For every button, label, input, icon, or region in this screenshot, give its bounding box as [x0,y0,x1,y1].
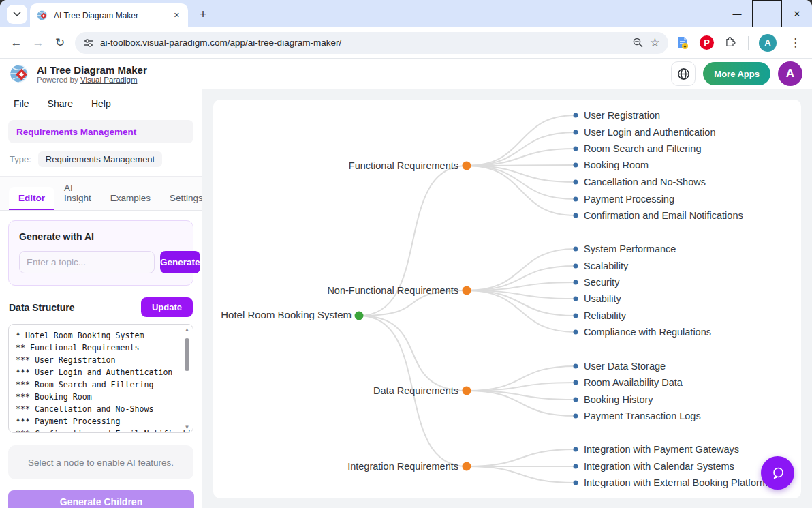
header-right: More Apps A [671,61,802,86]
tab-examples[interactable]: Examples [101,187,160,210]
browser-tab[interactable]: AI Tree Diagram Maker ✕ [30,3,188,27]
leaf-node-label[interactable]: Payment Transaction Logs [584,409,701,423]
branch-node-label[interactable]: Data Requirements [373,384,458,398]
update-button[interactable]: Update [141,297,193,317]
tab-ai-insight[interactable]: AI Insight [54,177,101,210]
bookmark-star-icon[interactable]: ☆ [650,35,660,50]
url-text[interactable]: ai-toolbox.visual-paradigm.com/app/ai-tr… [100,38,626,48]
leaf-node-label[interactable]: Scalability [584,259,628,273]
scroll-up-icon[interactable]: ▲ [183,327,191,333]
leaf-node-label[interactable]: User Data Storage [584,359,666,373]
code-line: *** Payment Processing [16,415,178,428]
data-structure-lines: * Hotel Room Booking System** Functional… [16,329,178,433]
powered-by: Powered by Visual Paradigm [37,76,147,84]
app-title: AI Tree Diagram Maker [37,64,147,76]
pinterest-extension-icon[interactable]: P [700,35,714,50]
tree-labels: Hotel Room Booking SystemFunctional Requ… [213,100,801,498]
leaf-node-label[interactable]: System Performance [584,242,676,256]
leaf-node-label[interactable]: Integration with Calendar Systems [584,460,734,473]
document-download-extension-icon[interactable] [675,35,689,50]
close-button[interactable]: ✕ [782,0,812,27]
reload-button[interactable]: ↻ [49,32,71,54]
tab-title: AI Tree Diagram Maker [54,11,166,20]
maximize-icon [752,0,782,27]
browser-profile-avatar[interactable]: A [759,34,777,52]
leaf-node-label[interactable]: User Login and Authentication [584,125,715,139]
chat-fab-button[interactable] [761,456,794,490]
code-line: *** Room Search and Filtering [16,378,178,391]
generate-button[interactable]: Generate [160,251,200,273]
leaf-node-label[interactable]: Compliance with Regulations [584,325,711,339]
leaf-node-label[interactable]: Payment Processing [584,192,674,206]
leaf-node-label[interactable]: Confirmation and Email Notifications [584,209,743,222]
language-globe-button[interactable] [671,61,696,86]
sidebar: FileShareHelp Requirements Management Ty… [0,89,202,508]
menu-share[interactable]: Share [48,98,73,109]
type-value: Requirements Management [38,151,162,167]
code-line: *** Confirmation and Email Notifications [16,428,178,433]
leaf-node-label[interactable]: Usability [584,292,621,305]
document-title-box[interactable]: Requirements Management [8,120,193,143]
diagram-canvas[interactable]: Hotel Room Booking SystemFunctional Requ… [213,100,801,498]
sidebar-tabs: EditorAI InsightExamplesSettings [0,177,202,211]
globe-icon [677,68,690,80]
generate-ai-title: Generate with AI [19,231,183,242]
branch-node-label[interactable]: Integration Requirements [347,460,458,473]
leaf-node-label[interactable]: Room Availability Data [584,376,683,389]
zoom-icon[interactable] [632,37,644,48]
code-line: *** User Login and Authentication [16,366,178,378]
new-tab-button[interactable]: + [193,5,213,24]
leaf-node-label[interactable]: Booking History [584,393,653,406]
code-line: *** User Registration [16,354,178,366]
code-line: *** Cancellation and No-Shows [16,403,178,415]
visual-paradigm-favicon [37,10,48,21]
back-button[interactable]: ← [5,32,27,54]
leaf-node-label[interactable]: Booking Room [584,158,649,172]
visual-paradigm-logo [10,63,30,84]
address-bar[interactable]: ai-toolbox.visual-paradigm.com/app/ai-tr… [75,32,668,54]
data-structure-header: Data Structure Update [9,297,193,317]
browser-titlebar: AI Tree Diagram Maker ✕ + — ✕ [0,0,812,27]
document-title: Requirements Management [16,127,136,137]
code-line: ** Functional Requirements [16,342,178,354]
leaf-node-label[interactable]: Security [584,275,619,289]
topic-input[interactable] [19,251,155,273]
extensions-puzzle-icon[interactable] [724,36,738,50]
root-node-label[interactable]: Hotel Room Booking System [221,308,352,322]
browser-menu-icon[interactable]: ⋮ [787,35,804,50]
minimize-button[interactable]: — [722,0,752,27]
main-area: Hotel Room Booking SystemFunctional Requ… [202,89,812,508]
leaf-node-label[interactable]: Reliability [584,309,626,323]
visual-paradigm-link[interactable]: Visual Paradigm [80,76,138,84]
scrollbar-thumb[interactable] [185,338,189,371]
chat-bubble-icon [770,466,785,481]
menu-bar: FileShareHelp [0,89,202,115]
maximize-button[interactable] [752,0,782,27]
tab-editor[interactable]: Editor [9,187,54,210]
more-apps-button[interactable]: More Apps [703,62,770,85]
generate-children-button[interactable]: Generate Children [8,490,194,508]
site-settings-icon[interactable] [83,38,94,48]
leaf-node-label[interactable]: Integration with External Booking Platfo… [584,476,772,490]
leaf-node-label[interactable]: User Registration [584,108,660,122]
user-avatar[interactable]: A [778,61,802,86]
app-header: AI Tree Diagram Maker Powered by Visual … [0,59,812,89]
menu-file[interactable]: File [14,98,29,109]
leaf-node-label[interactable]: Cancellation and No-Shows [584,175,706,189]
toolbar-separator [748,36,749,50]
type-row: Type: Requirements Management [10,151,192,167]
data-structure-title: Data Structure [9,302,74,313]
menu-help[interactable]: Help [91,98,111,109]
tab-close-icon[interactable]: ✕ [171,10,183,21]
textarea-scrollbar[interactable]: ▲ ▼ [183,326,191,431]
tab-search-button[interactable] [7,5,27,24]
leaf-node-label[interactable]: Room Search and Filtering [584,142,701,155]
window-controls: — ✕ [722,0,812,27]
app-title-block: AI Tree Diagram Maker Powered by Visual … [37,64,147,84]
branch-node-label[interactable]: Non-Functional Requirements [327,284,458,297]
branch-node-label[interactable]: Functional Requirements [349,159,458,173]
leaf-node-label[interactable]: Integration with Payment Gateways [584,443,739,456]
forward-button[interactable]: → [27,32,49,54]
data-structure-textarea[interactable]: * Hotel Room Booking System** Functional… [8,324,193,433]
scroll-down-icon[interactable]: ▼ [183,424,191,430]
